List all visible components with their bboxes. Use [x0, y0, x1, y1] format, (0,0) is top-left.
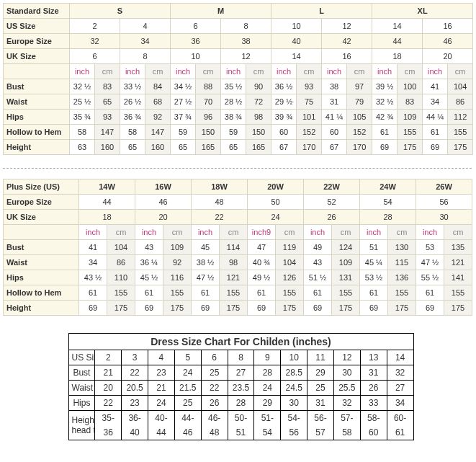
- cell: 14: [271, 49, 322, 64]
- cell: 24: [174, 365, 201, 381]
- cell: 152: [347, 125, 372, 140]
- cell: 126: [276, 270, 304, 285]
- table-row: Hollow to Hem 58147 58147 59150 59150 60…: [4, 125, 473, 140]
- cell: 124: [332, 240, 360, 255]
- cm-header: cm: [196, 64, 221, 79]
- cell: 98: [220, 255, 248, 270]
- cell: 84: [145, 79, 171, 94]
- cell: 155: [163, 285, 192, 301]
- children-title: Dress Size Chart For Childen (inches): [68, 334, 413, 350]
- cell: 175: [388, 301, 416, 316]
- cell: 119: [276, 240, 304, 255]
- cell: 38: [221, 34, 271, 49]
- cell: 25: [307, 381, 334, 396]
- uk-size-label: UK Size: [4, 49, 70, 64]
- group-l: L: [271, 4, 372, 19]
- cell: 6: [70, 49, 120, 64]
- cell: 28: [254, 365, 281, 381]
- cell: 175: [220, 301, 248, 316]
- cell: 4: [120, 19, 171, 34]
- unit-header-row: inchcm inchcm inchcm inch9cm inchcm inch…: [4, 225, 472, 240]
- height-label-a: Height from: [72, 415, 95, 425]
- cell: 27 ½: [171, 94, 196, 110]
- cell: 10: [281, 350, 307, 365]
- cell: 36: [95, 425, 122, 440]
- cell: 8: [120, 49, 171, 64]
- cell: 23.5: [228, 381, 254, 396]
- cell: 53 ½: [360, 270, 388, 285]
- cell: 61: [79, 285, 107, 301]
- title-row: Dress Size Chart For Childen (inches): [68, 334, 413, 350]
- cell: 5: [174, 350, 201, 365]
- table-row: Hips 43 ½110 45 ½116 47 ½121 49 ½126 51 …: [4, 270, 472, 285]
- inch-header: inch: [372, 64, 398, 79]
- cell: 155: [107, 285, 135, 301]
- cell: 69: [360, 301, 388, 316]
- cell: 10: [271, 19, 322, 34]
- cell: 25 ½: [70, 94, 95, 110]
- cell: 24: [254, 381, 281, 396]
- cell: 47: [248, 240, 276, 255]
- inch-header: inch: [416, 225, 444, 240]
- cell: 44: [372, 34, 423, 49]
- cell: 2: [70, 19, 120, 34]
- cm-header: cm: [276, 225, 304, 240]
- cell: 32: [387, 365, 413, 381]
- cell: 24W: [360, 179, 416, 195]
- cell: 150: [246, 125, 271, 140]
- cell: 26: [304, 210, 360, 225]
- cell: 29: [307, 365, 334, 381]
- table-row: Waist 3486 36 ¼92 38 ½98 40 ¾104 43109 4…: [4, 255, 472, 270]
- cell: 25.5: [333, 381, 360, 396]
- cell: 65: [95, 94, 120, 110]
- cm-header: cm: [246, 64, 271, 79]
- cell: 11: [307, 350, 334, 365]
- inch-header: inch: [360, 225, 388, 240]
- cell: 36: [171, 34, 221, 49]
- cell: 112: [448, 110, 473, 125]
- cell: 170: [297, 140, 322, 155]
- cell: 43: [304, 255, 332, 270]
- cell: 109: [398, 110, 423, 125]
- cell: 12: [333, 350, 360, 365]
- cell: 40: [122, 425, 148, 440]
- us-size-label: US Size No.: [68, 350, 95, 365]
- inch-header: inch9: [248, 225, 276, 240]
- cell: 63: [70, 140, 95, 155]
- cell: 170: [347, 140, 372, 155]
- cell: 60: [271, 125, 297, 140]
- cell: 100: [398, 79, 423, 94]
- cell: 31: [322, 94, 347, 110]
- cell: 28 ½: [221, 94, 246, 110]
- cell: 46: [423, 34, 473, 49]
- cell: 155: [332, 285, 360, 301]
- standard-size-table: Standard Size S M L XL US Size 2 4 6 8 1…: [3, 3, 473, 155]
- row-label: Height: [4, 140, 70, 155]
- group-m: M: [171, 4, 271, 19]
- cm-header: cm: [107, 225, 135, 240]
- cell: 79: [347, 94, 372, 110]
- cell: 65: [120, 140, 145, 155]
- cell: 56: [416, 195, 472, 210]
- cell: 22: [95, 396, 122, 411]
- cell: 44-: [174, 411, 201, 426]
- cell: 49: [304, 240, 332, 255]
- cell: 61: [248, 285, 276, 301]
- cell: 147: [95, 125, 120, 140]
- cell: 60: [360, 425, 387, 440]
- cell: 55 ½: [416, 270, 444, 285]
- cell: 20: [423, 49, 473, 64]
- cell: 20W: [248, 179, 304, 195]
- cell: 28.5: [281, 365, 307, 381]
- cm-header: cm: [95, 64, 120, 79]
- cell: 27: [387, 381, 413, 396]
- cell: 59: [221, 125, 246, 140]
- cell: 175: [332, 301, 360, 316]
- cell: 27: [228, 365, 254, 381]
- cell: 9: [254, 350, 281, 365]
- cell: 47 ½: [416, 255, 444, 270]
- table-row: Hollow to Hem 61155 61155 61155 61155 61…: [4, 285, 472, 301]
- cell: 45 ½: [135, 270, 163, 285]
- cell: 69: [416, 301, 444, 316]
- table-row: Height 69175 69175 69175 69175 69175 691…: [4, 301, 472, 316]
